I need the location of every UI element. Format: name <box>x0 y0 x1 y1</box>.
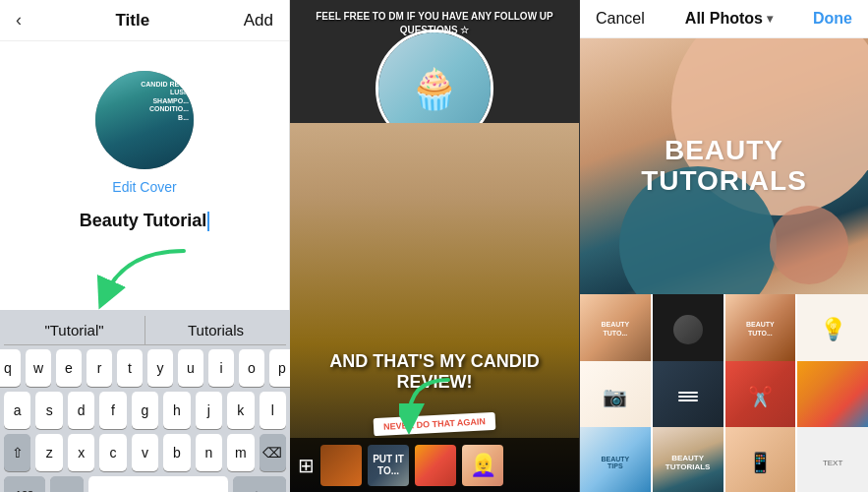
suggestion-2[interactable]: Tutorials <box>145 316 286 344</box>
grid-cell-4[interactable]: 💡 <box>797 294 868 365</box>
key-e[interactable]: e <box>56 349 82 387</box>
key-r[interactable]: r <box>87 349 112 387</box>
grid-cell-12[interactable]: TEXT <box>797 427 868 492</box>
list-lines <box>678 392 698 401</box>
suggestion-1[interactable]: "Tutorial" <box>4 316 145 344</box>
key-y[interactable]: y <box>147 349 173 387</box>
cover-overlay-text: CANDID REV...LUSHSHAMPO...CONDITIO...B..… <box>141 81 189 122</box>
key-shift[interactable]: ⇧ <box>4 434 30 471</box>
green-arrow-svg <box>86 246 203 315</box>
keyboard-row-3: ⇧ z x c v b n m ⌫ <box>4 434 286 471</box>
grid-cell-8[interactable] <box>797 361 868 432</box>
grid-cell-6[interactable] <box>653 361 723 432</box>
key-d[interactable]: d <box>68 392 94 429</box>
camera-icon: 📷 <box>603 385 627 408</box>
filmstrip-thumb-4[interactable]: 👱‍♀️ <box>462 445 503 486</box>
panel2-green-arrow <box>399 375 458 438</box>
key-j[interactable]: j <box>196 392 222 429</box>
highlight-name-input[interactable]: Beauty Tutorial <box>80 211 210 251</box>
key-n[interactable]: n <box>196 434 222 471</box>
key-t[interactable]: t <box>117 349 143 387</box>
edit-cover-button[interactable]: Edit Cover <box>112 179 176 195</box>
grid-cell-5[interactable]: 📷 <box>580 361 651 432</box>
photo-picker-panel: Cancel All Photos ▾ Done BEAUTYTUTORIALS… <box>580 0 868 492</box>
grid-cell-9-text: BEAUTYTIPS <box>601 456 629 469</box>
key-a[interactable]: a <box>4 392 30 429</box>
key-v[interactable]: v <box>132 434 158 471</box>
photo-grid: BEAUTYTUTO... BEAUTYTUTO... 💡 📷 ✂️ BEAUT… <box>580 294 868 492</box>
key-u[interactable]: u <box>178 349 203 387</box>
key-b[interactable]: b <box>163 434 190 471</box>
back-button[interactable]: ‹ <box>16 10 22 31</box>
panel3-header: Cancel All Photos ▾ Done <box>580 0 868 38</box>
chevron-down-icon: ▾ <box>767 12 773 26</box>
video-background: FEEL FREE TO DM IF YOU HAVE ANY FOLLOW U… <box>290 0 579 492</box>
grid-cell-1[interactable]: BEAUTYTUTO... <box>580 294 651 365</box>
featured-cover-image[interactable]: BEAUTYTUTORIALS <box>580 38 868 294</box>
key-w[interactable]: w <box>26 349 51 387</box>
key-delete[interactable]: ⌫ <box>260 434 286 471</box>
cover-image: CANDID REV...LUSHSHAMPO...CONDITIO...B..… <box>95 71 194 169</box>
grid-cell-10[interactable]: BEAUTYTUTORIALS <box>653 427 723 492</box>
filmstrip-thumb-3[interactable] <box>415 445 456 486</box>
grid-cell-9[interactable]: BEAUTYTIPS <box>580 427 651 492</box>
panel1-header: ‹ Title Add <box>0 0 289 41</box>
keyboard: "Tutorial" Tutorials q w e r t y u i o p… <box>0 310 290 492</box>
lightbulb-icon: 💡 <box>820 317 846 342</box>
keyboard-row-2: a s d f g h j k l <box>4 392 286 429</box>
keyboard-rows: q w e r t y u i o p a s d f g h j k l <box>4 349 286 492</box>
panel1-content: CANDID REV...LUSHSHAMPO...CONDITIO...B..… <box>0 41 289 310</box>
grid-cell-1-text: BEAUTYTUTO... <box>601 321 629 338</box>
key-s[interactable]: s <box>35 392 62 429</box>
key-emoji[interactable]: ☺ <box>50 476 84 492</box>
all-photos-label: All Photos <box>685 10 763 28</box>
story-preview-panel: FEEL FREE TO DM IF YOU HAVE ANY FOLLOW U… <box>290 0 580 492</box>
key-z[interactable]: z <box>35 434 62 471</box>
grid-cell-7[interactable]: ✂️ <box>725 361 796 432</box>
keyboard-row-4: 123 ☺ space return <box>4 476 286 492</box>
key-space[interactable]: space <box>88 476 228 492</box>
add-button[interactable]: Add <box>244 11 273 31</box>
key-m[interactable]: m <box>227 434 254 471</box>
key-return[interactable]: return <box>233 476 286 492</box>
key-numbers[interactable]: 123 <box>4 476 45 492</box>
key-x[interactable]: x <box>68 434 94 471</box>
panel2-filmstrip: ⊞ PUT ITTO... 👱‍♀️ <box>290 438 579 492</box>
filmstrip-thumb-1[interactable] <box>320 445 362 486</box>
featured-title-text: BEAUTYTUTORIALS <box>641 136 807 197</box>
grid-cell-12-text: TEXT <box>823 459 842 467</box>
key-h[interactable]: h <box>163 392 190 429</box>
grid-cell-2-inner <box>673 315 703 344</box>
gallery-icon[interactable]: ⊞ <box>298 454 315 477</box>
key-i[interactable]: i <box>208 349 234 387</box>
key-c[interactable]: c <box>99 434 126 471</box>
key-o[interactable]: o <box>239 349 264 387</box>
key-l[interactable]: l <box>260 392 286 429</box>
keyboard-suggestions: "Tutorial" Tutorials <box>4 316 286 345</box>
grid-cell-11[interactable]: 📱 <box>725 427 796 492</box>
key-f[interactable]: f <box>99 392 126 429</box>
highlight-editor-panel: ‹ Title Add CANDID REV...LUSHSHAMPO...CO… <box>0 0 290 492</box>
panel1-title: Title <box>116 11 150 31</box>
grid-cell-3[interactable]: BEAUTYTUTO... <box>725 294 796 365</box>
grid-cell-2[interactable] <box>653 294 723 365</box>
phone-icon: 📱 <box>748 451 773 474</box>
deco-circle-small <box>770 206 848 284</box>
scissors-icon: ✂️ <box>748 385 773 408</box>
key-q[interactable]: q <box>0 349 21 387</box>
key-k[interactable]: k <box>227 392 254 429</box>
cancel-button[interactable]: Cancel <box>596 10 645 28</box>
macaron-icon: 🧁 <box>410 66 459 112</box>
key-g[interactable]: g <box>132 392 158 429</box>
all-photos-button[interactable]: All Photos ▾ <box>685 10 773 28</box>
grid-cell-10-text: BEAUTYTUTORIALS <box>665 454 711 471</box>
grid-cell-3-text: BEAUTYTUTO... <box>746 321 775 338</box>
keyboard-row-1: q w e r t y u i o p <box>4 349 286 387</box>
done-button[interactable]: Done <box>813 10 852 28</box>
arrow-indicator <box>16 251 273 310</box>
filmstrip-thumb-2[interactable]: PUT ITTO... <box>368 445 409 486</box>
